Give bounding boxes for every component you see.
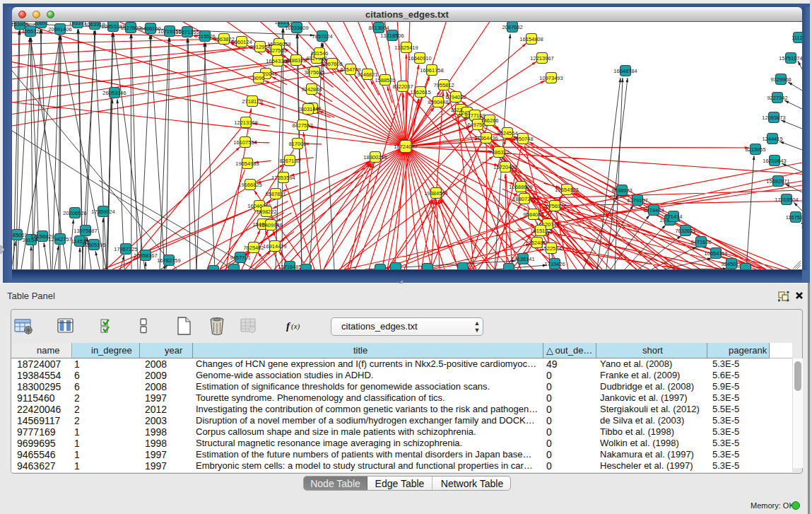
svg-text:14055721: 14055721 — [18, 28, 42, 35]
svg-text:9474444: 9474444 — [643, 207, 664, 214]
svg-text:8186328: 8186328 — [286, 57, 306, 64]
svg-text:8813054: 8813054 — [368, 25, 389, 31]
svg-text:131546: 131546 — [310, 50, 328, 57]
svg-text:1050748: 1050748 — [512, 136, 533, 142]
svg-text:17359924: 17359924 — [91, 209, 114, 215]
svg-text:16961758: 16961758 — [420, 67, 443, 74]
svg-text:9684047: 9684047 — [523, 211, 543, 218]
svg-text:17016504: 17016504 — [775, 197, 798, 203]
svg-text:13716485: 13716485 — [278, 264, 301, 270]
svg-text:11123: 11123 — [792, 35, 802, 41]
svg-text:15751074: 15751074 — [779, 55, 802, 62]
svg-text:8660124: 8660124 — [231, 39, 252, 45]
svg-text:12213369: 12213369 — [234, 119, 257, 126]
svg-text:16648784: 16648784 — [613, 68, 637, 74]
svg-text:16210643: 16210643 — [763, 158, 786, 164]
svg-text:8938923: 8938923 — [611, 187, 632, 194]
svg-text:18807269: 18807269 — [512, 196, 536, 202]
svg-text:12942757: 12942757 — [48, 236, 71, 243]
svg-text:12093873: 12093873 — [762, 115, 785, 121]
svg-text:16782759: 16782759 — [157, 257, 180, 264]
svg-text:15692971: 15692971 — [766, 178, 789, 185]
svg-text:9245012: 9245012 — [721, 261, 741, 267]
svg-text:746266: 746266 — [481, 117, 498, 124]
svg-text:8471636: 8471636 — [690, 239, 711, 245]
svg-text:1522534: 1522534 — [541, 245, 561, 252]
svg-text:13325419: 13325419 — [394, 45, 418, 51]
svg-text:18300295: 18300295 — [363, 154, 387, 160]
svg-text:7632621: 7632621 — [675, 228, 695, 234]
svg-text:13975887: 13975887 — [73, 228, 97, 234]
svg-text:18724007: 18724007 — [394, 144, 417, 150]
svg-text:17957225: 17957225 — [114, 246, 137, 252]
svg-text:21364436: 21364436 — [474, 135, 498, 141]
svg-text:19384554: 19384554 — [424, 190, 447, 197]
svg-text:9096: 9096 — [253, 75, 265, 81]
svg-text:7625402: 7625402 — [243, 245, 264, 251]
svg-text:8427552: 8427552 — [292, 122, 312, 129]
svg-text:7515526: 7515526 — [194, 33, 215, 40]
svg-text:19654923: 19654923 — [555, 187, 578, 193]
svg-text:16033809: 16033809 — [285, 25, 308, 31]
svg-text:1588520: 1588520 — [375, 77, 395, 83]
svg-text:15720407: 15720407 — [493, 164, 517, 170]
svg-text:9329966: 9329966 — [770, 76, 791, 83]
svg-text:10958167: 10958167 — [134, 252, 157, 259]
svg-text:8215955: 8215955 — [745, 146, 765, 153]
svg-text:9242848: 9242848 — [301, 86, 322, 93]
svg-text:7955812: 7955812 — [433, 82, 454, 88]
svg-text:19654983: 19654983 — [235, 160, 259, 167]
svg-text:20206526: 20206526 — [63, 210, 86, 216]
svg-text:20691406: 20691406 — [48, 26, 71, 33]
svg-text:1167533: 1167533 — [786, 214, 802, 221]
svg-text:6379197: 6379197 — [627, 197, 647, 204]
svg-text:10688609: 10688609 — [509, 184, 532, 190]
svg-text:9227342: 9227342 — [767, 95, 787, 101]
svg-text:(x): (x) — [291, 322, 300, 331]
svg-text:16154808: 16154808 — [519, 36, 543, 42]
svg-text:20756928: 20756928 — [543, 203, 566, 209]
svg-text:1527602: 1527602 — [120, 25, 141, 31]
svg-text:16914479: 16914479 — [263, 243, 286, 250]
svg-text:1615132: 1615132 — [530, 228, 551, 234]
svg-text:8587831: 8587831 — [265, 191, 286, 197]
svg-text:10654112: 10654112 — [705, 250, 728, 257]
svg-text:f: f — [286, 320, 291, 332]
svg-text:15409948: 15409948 — [259, 222, 282, 228]
svg-text:10973493: 10973493 — [539, 75, 563, 81]
svg-text:1498222: 1498222 — [256, 209, 276, 215]
svg-text:13218506: 13218506 — [380, 33, 404, 39]
svg-text:2087682: 2087682 — [502, 24, 522, 30]
svg-text:2967608: 2967608 — [322, 61, 342, 67]
svg-text:12353594: 12353594 — [271, 175, 295, 181]
svg-text:3875685: 3875685 — [304, 69, 324, 76]
svg-text:817006: 817006 — [288, 141, 306, 147]
svg-text:1244415: 1244415 — [762, 136, 782, 142]
svg-text:26053346: 26053346 — [102, 90, 126, 96]
svg-text:16107554: 16107554 — [233, 139, 257, 146]
svg-text:12505195: 12505195 — [82, 242, 105, 248]
svg-text:7857224: 7857224 — [312, 33, 332, 40]
svg-text:6794028: 6794028 — [445, 94, 466, 100]
svg-text:9457791: 9457791 — [230, 255, 250, 261]
svg-text:1362615: 1362615 — [410, 89, 430, 95]
svg-text:1733426: 1733426 — [544, 261, 565, 267]
svg-text:14136141: 14136141 — [511, 256, 534, 262]
svg-text:20891: 20891 — [34, 22, 49, 26]
svg-text:2803144: 2803144 — [298, 106, 318, 112]
svg-text:19166825: 19166825 — [238, 182, 261, 188]
svg-text:12213967: 12213967 — [530, 55, 553, 62]
svg-text:16640910: 16640910 — [408, 55, 431, 62]
svg-text:8267130: 8267130 — [279, 158, 300, 164]
svg-text:9327505: 9327505 — [266, 47, 286, 54]
svg-text:7886322: 7886322 — [488, 149, 509, 156]
svg-text:2718129: 2718129 — [242, 98, 262, 105]
svg-text:771414: 771414 — [664, 214, 682, 220]
